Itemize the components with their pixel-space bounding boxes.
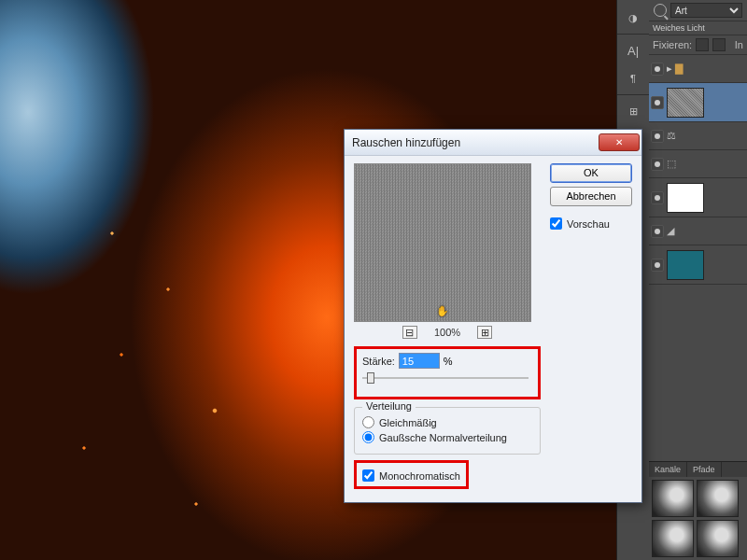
layer-group-row[interactable]: ▸ ▇ — [649, 55, 747, 83]
dialog-buttons: OK Abbrechen Vorschau — [550, 163, 632, 497]
panel-tabs: Kanäle Pfade — [649, 461, 747, 477]
adjustment-layer-3[interactable]: ◢ — [649, 217, 747, 245]
preview-checkbox[interactable] — [550, 217, 562, 230]
dialog-titlebar[interactable]: Rauschen hinzufügen ✕ — [345, 130, 641, 156]
cancel-button[interactable]: Abbrechen — [550, 187, 632, 206]
layer-selected[interactable] — [649, 83, 747, 122]
gaussian-label: Gaußsche Normalverteilung — [379, 432, 507, 443]
layer-thumbnail[interactable] — [667, 88, 704, 118]
levels-icon: ◢ — [667, 225, 674, 237]
visibility-toggle[interactable] — [651, 191, 664, 204]
dialog-title: Rauschen hinzufügen — [352, 136, 599, 149]
style-select[interactable]: Art — [670, 3, 742, 18]
amount-label: Stärke: — [362, 356, 395, 367]
folder-icon: ▇ — [675, 63, 683, 75]
noise-preview[interactable]: ✋ — [354, 163, 531, 322]
amount-slider[interactable] — [362, 371, 532, 385]
channel-rgb[interactable] — [652, 480, 694, 517]
channel-g[interactable] — [652, 520, 694, 557]
monochromatic-label: Monochromatisch — [379, 470, 460, 482]
channel-b[interactable] — [697, 520, 739, 557]
blend-mode-display[interactable]: Weiches Licht — [649, 21, 747, 35]
uniform-label: Gleichmäßig — [379, 417, 437, 428]
amount-highlight: Stärke: % — [354, 346, 541, 399]
mono-highlight: Monochromatisch — [354, 460, 469, 489]
channel-r[interactable] — [697, 480, 739, 517]
search-icon — [654, 4, 667, 17]
visibility-toggle[interactable] — [651, 259, 664, 272]
distribution-legend: Verteilung — [362, 400, 416, 412]
mask-thumbnail[interactable] — [667, 183, 704, 213]
lock-label: Fixieren: — [653, 39, 692, 50]
swatches-icon[interactable]: ⊞ — [617, 97, 649, 125]
gaussian-radio[interactable] — [362, 431, 374, 443]
visibility-toggle[interactable] — [651, 96, 664, 109]
lock-pixels-icon[interactable] — [712, 38, 726, 51]
distribution-group: Verteilung Gleichmäßig Gaußsche Normalve… — [354, 407, 541, 455]
layer-fill-row[interactable] — [649, 245, 747, 285]
tab-channels[interactable]: Kanäle — [649, 462, 687, 477]
lock-row: Fixieren: In — [649, 35, 747, 55]
adjustment-layer-1[interactable]: ⚖ — [649, 122, 747, 150]
fill-thumbnail[interactable] — [667, 250, 704, 280]
visibility-toggle[interactable] — [651, 63, 664, 76]
add-noise-dialog: Rauschen hinzufügen ✕ ✋ ⊟ 100% ⊞ Stärke:… — [344, 129, 642, 503]
character-icon[interactable]: A| — [617, 36, 649, 64]
monochromatic-checkbox[interactable] — [362, 469, 374, 482]
amount-input[interactable] — [399, 353, 440, 369]
lock-transparent-icon[interactable] — [696, 38, 709, 51]
zoom-out-button[interactable]: ⊟ — [402, 326, 417, 339]
slider-knob[interactable] — [367, 372, 374, 384]
tab-paths[interactable]: Pfade — [687, 462, 722, 477]
curves-icon: ⬚ — [667, 158, 676, 170]
style-search: Art — [649, 0, 747, 21]
zoom-in-button[interactable]: ⊞ — [477, 326, 492, 339]
zoom-controls: ⊟ 100% ⊞ — [354, 326, 541, 339]
amount-unit: % — [444, 356, 453, 367]
adjustment-layer-2[interactable]: ⬚ — [649, 150, 747, 178]
history-icon[interactable]: ◑ — [617, 4, 649, 32]
channels-panel — [649, 477, 747, 560]
preview-label: Vorschau — [567, 218, 610, 230]
visibility-toggle[interactable] — [651, 130, 664, 143]
layer-mask-row[interactable] — [649, 178, 747, 217]
visibility-toggle[interactable] — [651, 225, 664, 238]
uniform-radio[interactable] — [362, 416, 374, 428]
hand-icon: ✋ — [436, 305, 449, 317]
close-button[interactable]: ✕ — [599, 133, 640, 151]
visibility-toggle[interactable] — [651, 158, 664, 171]
ok-button[interactable]: OK — [550, 163, 632, 183]
zoom-value: 100% — [434, 327, 460, 338]
balance-icon: ⚖ — [667, 130, 676, 142]
chevron-down-icon[interactable]: ▸ — [667, 63, 672, 75]
paragraph-icon[interactable]: ¶ — [617, 64, 649, 92]
fill-label: In — [735, 39, 743, 50]
